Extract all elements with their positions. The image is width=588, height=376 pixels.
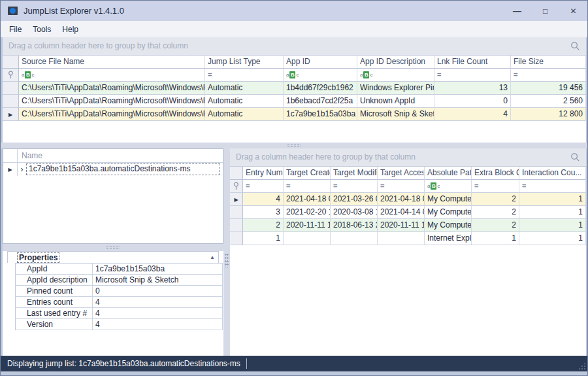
cell-lnk-file-count[interactable]: 13 — [434, 82, 511, 95]
filter-cell-created-equals-icon[interactable]: = — [284, 180, 331, 193]
column-header-jump-list-type[interactable]: Jump List Type — [205, 56, 284, 69]
cell-extra-block-count[interactable]: 2 — [472, 219, 519, 232]
cell-interaction-count[interactable]: 1 — [519, 219, 586, 232]
property-value[interactable]: 4 — [93, 319, 223, 330]
column-header-app-id-description[interactable]: App ID Description — [357, 56, 434, 69]
column-header-target-created[interactable]: Target Create... — [284, 167, 331, 180]
cell-entry-number[interactable]: 2 — [243, 219, 284, 232]
cell-extra-block-count[interactable]: 2 — [472, 193, 519, 206]
cell-target-modified[interactable]: 2018-06-13 20... — [331, 219, 378, 232]
cell-target-accessed[interactable]: 2020-11-11 17... — [378, 219, 425, 232]
cell-target-created[interactable] — [284, 232, 331, 245]
property-value[interactable]: 0 — [93, 286, 223, 297]
status-text: Displaying jump list: 1c7a9be1b15a03ba.a… — [7, 359, 240, 368]
cell-interaction-count[interactable]: 1 — [519, 232, 586, 245]
cell-absolute-path[interactable]: My Computer\... — [425, 193, 472, 206]
entries-grid-group-panel[interactable]: Drag a column header here to group by th… — [230, 148, 586, 167]
filter-cell-interaction-equals-icon[interactable]: = — [519, 180, 586, 193]
collapse-arrow-icon[interactable]: ▲ — [210, 254, 215, 260]
maximize-button[interactable]: □ — [531, 1, 559, 21]
column-header-absolute-path[interactable]: Absolute Path — [425, 167, 472, 180]
cell-file-size[interactable]: 2 560 — [511, 95, 586, 108]
cell-lnk-file-count[interactable]: 4 — [434, 108, 511, 121]
filter-cell-path-contains-icon[interactable]: aBc — [425, 180, 472, 193]
cell-interaction-count[interactable]: 1 — [519, 206, 586, 219]
cell-target-accessed[interactable]: 2021-04-14 09... — [378, 206, 425, 219]
cell-file-size[interactable]: 12 800 — [511, 108, 586, 121]
cell-target-created[interactable]: 2020-11-11 16... — [284, 219, 331, 232]
column-header-extra-block-count[interactable]: Extra Block Co... — [472, 167, 519, 180]
properties-header[interactable]: Properties ▲ — [7, 251, 219, 263]
cell-entry-number[interactable]: 4 — [243, 193, 284, 206]
cell-app-id-description[interactable]: Microsoft Snip & Sketch — [357, 108, 434, 121]
filter-cell-lnkcount-equals-icon[interactable]: = — [434, 69, 511, 82]
cell-app-id-description[interactable]: Unknown AppId — [357, 95, 434, 108]
cell-source-file[interactable]: C:\Users\TiTi\AppData\Roaming\Microsoft\… — [19, 108, 205, 121]
menu-item-tools[interactable]: Tools — [33, 25, 51, 34]
cell-absolute-path[interactable]: My Computer\... — [425, 206, 472, 219]
cell-app-id[interactable]: 1c7a9be1b15a03ba — [284, 108, 357, 121]
vertical-splitter[interactable] — [223, 148, 230, 356]
property-value[interactable]: 4 — [93, 297, 223, 308]
left-horizontal-splitter[interactable] — [3, 244, 223, 251]
cell-target-modified[interactable]: 2021-03-26 06... — [331, 193, 378, 206]
property-value[interactable]: 4 — [93, 308, 223, 319]
cell-app-id[interactable]: 1b4dd67f29cb1962 — [284, 82, 357, 95]
cell-target-modified[interactable] — [331, 232, 378, 245]
filter-cell-type-equals-icon[interactable]: = — [205, 69, 284, 82]
filter-cell-appid-contains-icon[interactable]: aBc — [284, 69, 357, 82]
filter-cell-accessed-equals-icon[interactable]: = — [378, 180, 425, 193]
tree-item-label[interactable]: 1c7a9be1b15a03ba.automaticDestinations-m… — [26, 163, 220, 175]
cell-target-created[interactable]: 2021-02-20 13... — [284, 206, 331, 219]
filter-cell-source-contains-icon[interactable]: aBc — [19, 69, 205, 82]
cell-jump-list-type[interactable]: Automatic — [205, 95, 284, 108]
column-header-target-modified[interactable]: Target Modifie... — [331, 167, 378, 180]
column-header-source-file-name[interactable]: Source File Name — [19, 56, 205, 69]
source-grid-group-panel[interactable]: Drag a column header here to group by th… — [3, 37, 586, 56]
cell-absolute-path[interactable]: Internet Explo... — [425, 232, 472, 245]
cell-app-id-description[interactable]: Windows Explorer Pinne... — [357, 82, 434, 95]
cell-entry-number[interactable]: 3 — [243, 206, 284, 219]
tree-item-row[interactable]: ▶ › 1c7a9be1b15a03ba.automaticDestinatio… — [3, 163, 223, 176]
cell-target-modified[interactable]: 2020-03-08 13... — [331, 206, 378, 219]
cell-file-size[interactable]: 19 456 — [511, 82, 586, 95]
cell-app-id[interactable]: 1b6ebacd7cd2f25a — [284, 95, 357, 108]
menu-item-file[interactable]: File — [9, 25, 22, 34]
resize-grip[interactable] — [578, 362, 585, 369]
horizontal-splitter[interactable] — [1, 143, 587, 148]
cell-entry-number[interactable]: 1 — [243, 232, 284, 245]
cell-jump-list-type[interactable]: Automatic — [205, 82, 284, 95]
filter-cell-modified-equals-icon[interactable]: = — [331, 180, 378, 193]
search-icon[interactable] — [570, 152, 580, 165]
cell-lnk-file-count[interactable]: 0 — [434, 95, 511, 108]
cell-extra-block-count[interactable]: 2 — [472, 206, 519, 219]
cell-target-created[interactable]: 2021-04-18 08... — [284, 193, 331, 206]
column-header-target-accessed[interactable]: Target Access... — [378, 167, 425, 180]
column-header-entry-number[interactable]: Entry Number — [243, 167, 284, 180]
close-button[interactable]: ✕ — [559, 1, 587, 21]
column-header-interaction-count[interactable]: Interaction Cou... — [519, 167, 586, 180]
menu-item-help[interactable]: Help — [62, 25, 78, 34]
property-value[interactable]: Microsoft Snip & Sketch — [93, 275, 223, 286]
expander-chevron-icon[interactable]: › — [18, 165, 26, 174]
property-value[interactable]: 1c7a9be1b15a03ba — [93, 264, 223, 275]
cell-target-accessed[interactable]: 2021-04-18 08... — [378, 193, 425, 206]
filter-cell-filesize-equals-icon[interactable]: = — [511, 69, 586, 82]
cell-extra-block-count[interactable]: 1 — [472, 232, 519, 245]
tree-header-label[interactable]: Name — [18, 149, 42, 162]
cell-jump-list-type[interactable]: Automatic — [205, 108, 284, 121]
minimize-button[interactable]: — — [503, 1, 531, 21]
column-header-app-id[interactable]: App ID — [284, 56, 357, 69]
cell-absolute-path[interactable]: My Computer\... — [425, 219, 472, 232]
cell-source-file[interactable]: C:\Users\TiTi\AppData\Roaming\Microsoft\… — [19, 95, 205, 108]
filter-cell-appdesc-contains-icon[interactable]: aBc — [357, 69, 434, 82]
column-header-lnk-file-count[interactable]: Lnk File Count — [434, 56, 511, 69]
filter-cell-extra-equals-icon[interactable]: = — [472, 180, 519, 193]
splitter-grip — [287, 144, 301, 148]
cell-interaction-count[interactable]: 1 — [519, 193, 586, 206]
cell-target-accessed[interactable] — [378, 232, 425, 245]
filter-cell-entry-equals-icon[interactable]: = — [243, 180, 284, 193]
column-header-file-size[interactable]: File Size — [511, 56, 586, 69]
cell-source-file[interactable]: C:\Users\TiTi\AppData\Roaming\Microsoft\… — [19, 82, 205, 95]
search-icon[interactable] — [570, 41, 580, 54]
